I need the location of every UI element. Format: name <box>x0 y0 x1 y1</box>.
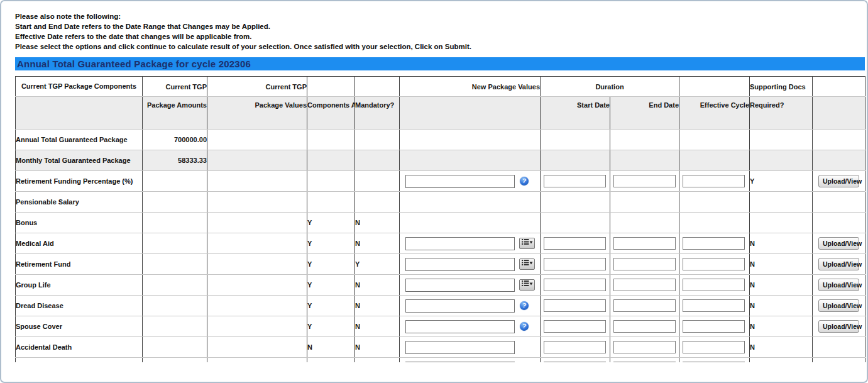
components-allowed-value: N <box>307 358 355 363</box>
effective-cycle-input[interactable] <box>683 299 745 312</box>
col-subheader-mandatory: Mandatory? <box>355 97 400 130</box>
component-label: Retirement Fund <box>16 254 143 275</box>
col-subheader-end-date: End Date <box>610 97 679 130</box>
end-date-input[interactable] <box>613 279 676 291</box>
start-date-input[interactable] <box>544 175 606 187</box>
package-value <box>207 130 307 150</box>
components-allowed-value: Y <box>307 213 355 233</box>
component-label: Spouse Cover <box>16 316 143 337</box>
new-package-value-input[interactable] <box>405 320 515 333</box>
upload-view-button[interactable]: Upload/View <box>818 258 859 270</box>
header-row-2: Package Amounts Package Values Component… <box>16 97 865 130</box>
docs-required-value: N <box>750 275 813 296</box>
col-subheader-blank <box>813 97 865 130</box>
end-date-input[interactable] <box>613 320 676 333</box>
help-icon[interactable]: ? <box>519 321 530 332</box>
effective-cycle-input[interactable] <box>683 320 745 333</box>
component-label: Annual Total Guaranteed Package <box>16 130 143 150</box>
col-header-blank <box>679 77 750 97</box>
col-subheader-effective-cycle: Effective Cycle <box>679 97 750 130</box>
col-header-blank <box>307 77 355 97</box>
new-package-value-input[interactable] <box>405 362 515 363</box>
start-date-input[interactable] <box>544 237 606 250</box>
end-date-input[interactable] <box>613 362 676 362</box>
component-label: Bonus <box>16 213 143 233</box>
table-row-spouse-cover: Spouse Cover Y N ? N Upload/View <box>16 316 865 337</box>
package-amount: 700000.00 <box>143 130 207 150</box>
end-date-input[interactable] <box>613 237 676 250</box>
col-subheader-start-date: Start Date <box>541 97 610 130</box>
lookup-list-icon[interactable] <box>519 279 535 291</box>
effective-cycle-input[interactable] <box>683 279 745 291</box>
note-line: Please also note the following: <box>15 11 867 21</box>
col-subheader-package-values: Package Values <box>207 97 307 130</box>
end-date-input[interactable] <box>613 175 676 187</box>
mandatory-value: N <box>355 213 400 233</box>
col-header-blank <box>355 77 400 97</box>
table-row-group-life: Group Life Y N N Upload/View <box>16 275 865 296</box>
component-label: Monthly Total Guaranteed Package <box>16 150 143 171</box>
component-label: Accidental Death <box>16 337 143 358</box>
col-header-blank <box>813 77 865 97</box>
table-row-pensionable-salary: Pensionable Salary <box>16 192 865 213</box>
effective-cycle-input[interactable] <box>683 362 745 362</box>
start-date-input[interactable] <box>544 279 606 291</box>
table-row-accidental-death: Accidental Death N N N <box>16 337 865 358</box>
end-date-input[interactable] <box>613 258 676 270</box>
effective-cycle-input[interactable] <box>683 175 745 187</box>
end-date-input[interactable] <box>613 341 676 353</box>
docs-required-value: N <box>750 296 813 316</box>
docs-required-value: N <box>750 233 813 254</box>
col-header-new-package-values: New Package Values <box>400 77 541 97</box>
effective-cycle-input[interactable] <box>683 258 745 270</box>
new-package-value-input[interactable] <box>405 237 515 250</box>
component-label: Retirement Funding Percentage (%) <box>16 171 143 192</box>
upload-view-button[interactable]: Upload/View <box>818 175 859 187</box>
end-date-input[interactable] <box>613 299 676 312</box>
start-date-input[interactable] <box>544 362 606 362</box>
new-package-value-input[interactable] <box>405 175 515 188</box>
component-label: Dread Disease <box>16 296 143 316</box>
new-package-value-input[interactable] <box>405 299 515 313</box>
effective-cycle-input[interactable] <box>683 341 745 353</box>
help-icon[interactable]: ? <box>519 301 530 311</box>
new-package-value-input[interactable] <box>405 279 515 292</box>
note-line: Start and End Date refers to the Date Ra… <box>15 21 867 31</box>
components-allowed-value: Y <box>307 275 355 296</box>
col-header-current-tgp-amounts: Current TGP <box>143 77 207 97</box>
start-date-input[interactable] <box>544 299 606 312</box>
component-label: Pensionable Salary <box>16 192 143 213</box>
upload-view-button[interactable]: Upload/View <box>818 279 859 291</box>
col-header-current-tgp-values: Current TGP <box>207 77 307 97</box>
notes-block: Please also note the following: Start an… <box>15 11 867 52</box>
upload-view-button[interactable]: Upload/View <box>818 299 859 312</box>
mandatory-value: N <box>355 275 400 296</box>
col-header-components: Current TGP Package Components <box>16 77 143 97</box>
mandatory-value: Y <box>355 254 400 275</box>
table-row-annual-tgp: Annual Total Guaranteed Package 700000.0… <box>16 130 865 150</box>
lookup-list-icon[interactable] <box>519 258 535 270</box>
docs-required-value: N <box>750 254 813 275</box>
tgp-table-container: Current TGP Package Components Current T… <box>15 76 865 362</box>
docs-required-value: Y <box>750 171 813 192</box>
header-row-1: Current TGP Package Components Current T… <box>16 77 865 97</box>
effective-cycle-input[interactable] <box>683 237 745 250</box>
page-frame: Please also note the following: Start an… <box>0 0 868 383</box>
col-subheader-package-amounts: Package Amounts <box>143 97 207 130</box>
start-date-input[interactable] <box>544 341 606 353</box>
upload-view-button[interactable]: Upload/View <box>818 237 859 250</box>
tgp-table: Current TGP Package Components Current T… <box>15 76 865 362</box>
col-subheader-blank <box>16 97 143 130</box>
upload-view-button[interactable]: Upload/View <box>818 320 859 333</box>
start-date-input[interactable] <box>544 320 606 333</box>
components-allowed-value: Y <box>307 233 355 254</box>
docs-required-value: N <box>750 316 813 337</box>
components-allowed-value: Y <box>307 296 355 316</box>
new-package-value-input[interactable] <box>405 258 515 271</box>
lookup-list-icon[interactable] <box>519 238 535 249</box>
new-package-value-input[interactable] <box>405 341 515 354</box>
help-icon[interactable]: ? <box>519 176 530 187</box>
start-date-input[interactable] <box>544 258 606 270</box>
col-header-duration: Duration <box>541 77 679 97</box>
docs-required-value: N <box>750 337 813 358</box>
